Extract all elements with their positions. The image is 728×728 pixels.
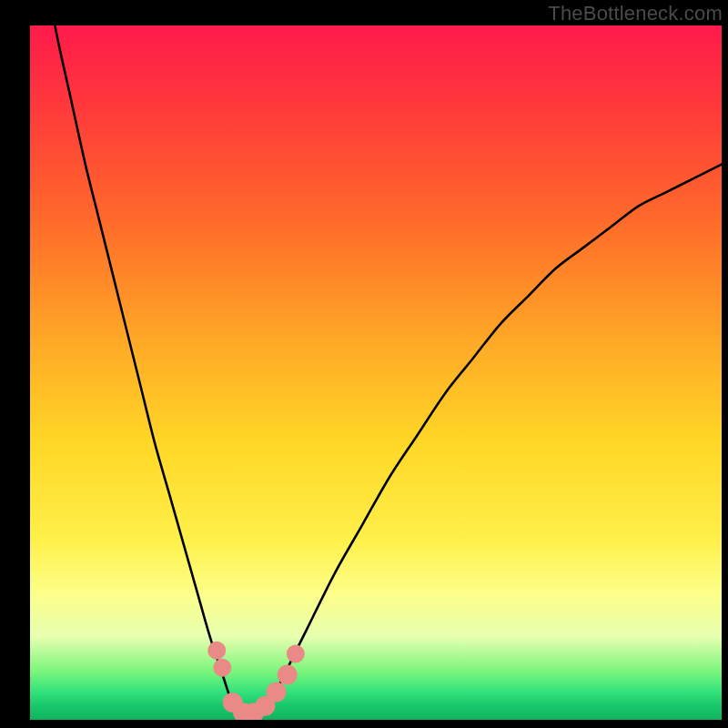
right-lower-dot: [267, 682, 287, 702]
chart-svg: [30, 25, 722, 720]
left-lower-dot: [213, 659, 231, 677]
bottleneck-curve: [30, 25, 722, 720]
right-mid-dot: [278, 664, 298, 684]
right-upper-dot: [287, 645, 305, 663]
outer-frame: TheBottleneck.com: [0, 0, 728, 728]
plot-area: [30, 25, 722, 720]
watermark-text: TheBottleneck.com: [548, 2, 723, 25]
left-upper-dot: [207, 642, 226, 660]
